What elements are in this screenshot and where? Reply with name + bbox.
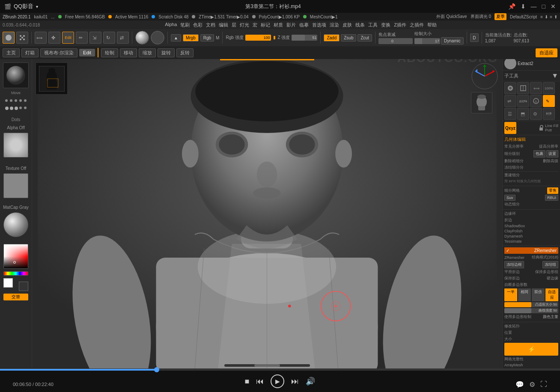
set-btn[interactable]: 设置 [546, 150, 558, 157]
fg-color[interactable] [3, 278, 13, 288]
fg-bg-colors[interactable] [3, 278, 28, 291]
xyz-btn[interactable]: Qxyz [504, 122, 516, 134]
menu-skin[interactable]: 皮肤 [343, 22, 352, 28]
focal-slider[interactable]: 0 [378, 38, 413, 44]
nav-invert[interactable]: 反转 [176, 48, 194, 57]
minimize-btn[interactable]: — [531, 3, 537, 10]
tool-icon-2[interactable] [517, 82, 529, 94]
d-btn[interactable]: D [470, 33, 479, 42]
subtitle-btn[interactable]: 💬 [515, 380, 524, 389]
symmetry-x-btn[interactable]: ⟺ [35, 32, 47, 44]
quicksave-label[interactable]: 外面 QuickSave [436, 14, 467, 20]
z-slider[interactable]: 51 [292, 35, 317, 41]
menu-prefs[interactable]: 首选项 [312, 22, 326, 28]
swap-colors-btn[interactable]: 交替 [3, 294, 28, 300]
menu-color[interactable]: 色彩 [193, 22, 203, 28]
half-btn[interactable]: 一半 [504, 288, 517, 301]
hue-slider[interactable] [3, 271, 28, 276]
texture-preview[interactable] [3, 173, 28, 198]
adaptive-size-btn[interactable]: 自适应 [545, 288, 558, 301]
orange-icon-btn[interactable]: ⚡ [504, 343, 558, 356]
menu-trace[interactable]: 临摹 [299, 22, 309, 28]
subtool-expand[interactable]: ▼ [551, 72, 558, 80]
tool-icon-5[interactable]: ⇌ [504, 95, 516, 107]
bg-color[interactable] [19, 282, 28, 291]
nav-btn-r1[interactable]: 自适应 [536, 48, 557, 57]
menu-render[interactable]: 渲染 [330, 22, 339, 28]
close-btn[interactable]: ✕ [551, 3, 556, 10]
color-preview[interactable] [151, 31, 164, 45]
m-btn[interactable]: ▲ [171, 34, 181, 42]
tool-icon-8-active[interactable]: ✎ [543, 95, 555, 107]
dynamic-btn[interactable]: Dynamic [441, 37, 464, 45]
stop-btn[interactable]: ■ [245, 377, 250, 386]
download-icon[interactable]: ⬇ [521, 3, 526, 10]
app-dropdown-icon[interactable]: ▾ [36, 4, 38, 9]
season-btn[interactable]: 夏季 [494, 13, 506, 20]
nav-lightbox[interactable]: 灯箱 [21, 48, 39, 57]
invert-btn[interactable]: ⇄ [117, 32, 129, 44]
menu-stroke[interactable]: 线条 [355, 22, 365, 28]
play-btn[interactable]: ▶ [271, 374, 284, 388]
suv-btn[interactable]: Suv [504, 195, 515, 201]
main-viewport[interactable] [32, 59, 502, 368]
same-btn[interactable]: 相同 [518, 288, 531, 301]
menu-light[interactable]: 灯光 [240, 22, 249, 28]
nav-home[interactable]: 主页 [3, 48, 20, 57]
color-picker[interactable] [3, 244, 28, 269]
brush-sphere-btn[interactable] [3, 32, 15, 44]
menu-alpha[interactable]: Alpha [165, 22, 177, 28]
drawsize-slider[interactable]: 17 [414, 38, 440, 44]
tool-icon-12[interactable]: 对齐 [543, 108, 555, 120]
viewport-scrollbar[interactable] [224, 364, 310, 367]
menu-marker[interactable]: 标记 [261, 22, 270, 28]
zcut-btn[interactable]: Zcut [357, 34, 372, 42]
zadd-btn[interactable]: Zadd [324, 34, 340, 42]
nav-edit[interactable]: Edit [79, 49, 95, 56]
rgb-slider[interactable]: 100 [245, 35, 271, 41]
maximize-btn[interactable]: □ [542, 3, 545, 10]
menu-movie[interactable]: 影片 [286, 22, 296, 28]
menu-edit[interactable]: 编辑 [219, 22, 228, 28]
menu-transform[interactable]: 变换 [381, 22, 390, 28]
menu-help[interactable]: 帮助 [427, 22, 437, 28]
tool-icon-9[interactable]: ☰ [504, 108, 516, 120]
zsub-btn[interactable]: Zsub [341, 34, 356, 42]
edit-mode-btn[interactable]: Edit [62, 32, 74, 44]
brush-dots-btn[interactable] [16, 32, 28, 44]
adaptive-size-slider[interactable]: 凸适应大小 50 [504, 302, 558, 307]
alpha-preview[interactable] [3, 133, 28, 157]
menu-macro[interactable]: 宏 [253, 22, 257, 28]
curve-strength-slider[interactable]: 曲线强度 50 [504, 308, 558, 313]
menu-brush[interactable]: 笔刷 [180, 22, 190, 28]
menu-doc[interactable]: 文档 [206, 22, 215, 28]
nav-draw[interactable]: 绘制 [101, 48, 118, 57]
wrap-btn[interactable]: 包裹 [533, 150, 545, 157]
freeze-edges-btn[interactable]: 冻结边框 [504, 261, 524, 268]
menu-zplugin2[interactable]: 之插件 [410, 22, 424, 28]
nav-rotate[interactable]: 旋转 [158, 48, 175, 57]
tool-icon-4[interactable]: 100% [543, 82, 555, 94]
tool-icon-10[interactable]: ⬒ [517, 108, 529, 120]
move-btn[interactable]: ✤ [48, 32, 60, 44]
pin-icon[interactable]: 📌 [508, 3, 515, 10]
rbui-btn[interactable]: RBUi [545, 195, 558, 201]
rotate-btn[interactable]: ↻ [103, 32, 115, 44]
next-btn[interactable]: ⏭ [291, 377, 299, 386]
alpha-thumbnail[interactable] [3, 62, 29, 88]
subdivmesh-val[interactable]: 零售 [547, 187, 558, 194]
menu-zplugin[interactable]: Z插件 [394, 22, 406, 28]
progress-bar[interactable] [0, 369, 560, 371]
nav-move[interactable]: 移动 [120, 48, 137, 57]
menu-material[interactable]: 材质 [274, 22, 283, 28]
fullscreen-btn[interactable]: ⛶ [540, 380, 547, 389]
prev-btn[interactable]: ⏮ [256, 377, 264, 386]
menu-layer[interactable]: 层 [232, 22, 236, 28]
mrgb-btn[interactable]: Mrgb [183, 34, 199, 42]
nav-scale[interactable]: 缩放 [139, 48, 156, 57]
settings-btn[interactable]: ⚙ [529, 380, 535, 389]
rgb-btn[interactable]: Rgb [200, 34, 214, 42]
tool-icon-6[interactable]: Δ10% [517, 95, 529, 107]
matcap-preview[interactable] [3, 212, 28, 237]
freeze-group-btn[interactable]: 冻结组 [542, 261, 558, 268]
